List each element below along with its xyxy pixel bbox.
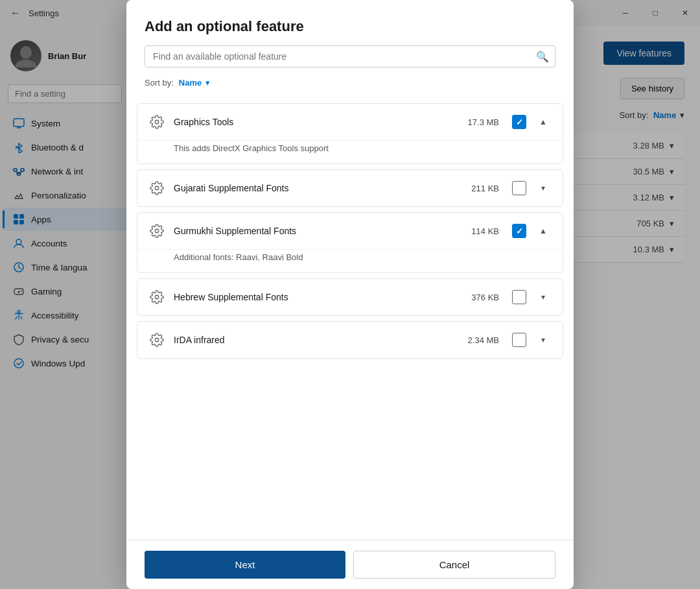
feature-expand-gujarati[interactable]: ▾ [534, 179, 552, 197]
feature-icon-graphics-tools [148, 113, 166, 131]
feature-search-input[interactable] [145, 45, 555, 67]
feature-size-graphics-tools: 17.3 MB [463, 117, 499, 127]
feature-size-hebrew: 376 KB [463, 293, 499, 302]
feature-size-gujarati: 211 KB [463, 184, 499, 193]
dialog-footer: Next Cancel [126, 540, 574, 589]
feature-checkbox-gujarati[interactable] [512, 181, 526, 195]
sort-label: Sort by: [145, 78, 174, 88]
sort-chevron-icon[interactable]: ▾ [205, 78, 210, 88]
feature-icon-gujarati [148, 179, 166, 197]
dialog-title: Add an optional feature [145, 18, 555, 35]
search-wrap: 🔍 [145, 45, 555, 67]
feature-size-gurmukhi: 114 KB [463, 226, 499, 236]
feature-list: Graphics Tools 17.3 MB ▲ This adds Direc… [126, 103, 574, 540]
sort-value[interactable]: Name [179, 78, 202, 88]
feature-icon-irda [148, 331, 166, 349]
feature-item-irda: IrDA infrared 2.34 MB ▾ [137, 321, 563, 359]
add-optional-feature-dialog: Add an optional feature 🔍 Sort by: Name … [126, 0, 574, 589]
feature-row: Hebrew Supplemental Fonts 376 KB ▾ [137, 279, 563, 315]
next-button[interactable]: Next [145, 551, 345, 579]
feature-name-hebrew: Hebrew Supplemental Fonts [174, 292, 456, 302]
feature-checkbox-hebrew[interactable] [512, 290, 526, 304]
feature-size-irda: 2.34 MB [463, 335, 499, 345]
sort-row: Sort by: Name ▾ [145, 75, 555, 93]
feature-name-irda: IrDA infrared [174, 335, 456, 345]
feature-row: IrDA infrared 2.34 MB ▾ [137, 322, 563, 358]
feature-name-gurmukhi: Gurmukhi Supplemental Fonts [174, 226, 456, 236]
feature-name-gujarati: Gujarati Supplemental Fonts [174, 183, 456, 193]
feature-collapse-gurmukhi[interactable]: ▲ [534, 222, 552, 240]
feature-detail-gurmukhi: Additional fonts: Raavi, Raavi Bold [137, 249, 563, 272]
cancel-button[interactable]: Cancel [353, 551, 555, 579]
feature-row: Gujarati Supplemental Fonts 211 KB ▾ [137, 170, 563, 206]
dialog-header: Add an optional feature 🔍 Sort by: Name … [126, 0, 574, 103]
feature-name-graphics-tools: Graphics Tools [174, 117, 456, 127]
feature-checkbox-irda[interactable] [512, 333, 526, 347]
feature-row: Gurmukhi Supplemental Fonts 114 KB ▲ [137, 213, 563, 249]
feature-item-hebrew: Hebrew Supplemental Fonts 376 KB ▾ [137, 278, 563, 316]
feature-expand-irda[interactable]: ▾ [534, 331, 552, 349]
feature-checkbox-graphics-tools[interactable] [512, 115, 526, 129]
feature-icon-gurmukhi [148, 222, 166, 240]
feature-item-gurmukhi: Gurmukhi Supplemental Fonts 114 KB ▲ Add… [137, 212, 563, 273]
feature-row: Graphics Tools 17.3 MB ▲ [137, 104, 563, 140]
feature-detail-graphics-tools: This adds DirectX Graphics Tools support [137, 140, 563, 163]
feature-item-gujarati: Gujarati Supplemental Fonts 211 KB ▾ [137, 169, 563, 207]
feature-icon-hebrew [148, 288, 166, 306]
feature-expand-hebrew[interactable]: ▾ [534, 288, 552, 306]
search-icon: 🔍 [536, 51, 549, 63]
feature-checkbox-gurmukhi[interactable] [512, 224, 526, 238]
feature-item-graphics-tools: Graphics Tools 17.3 MB ▲ This adds Direc… [137, 103, 563, 164]
feature-collapse-graphics-tools[interactable]: ▲ [534, 113, 552, 131]
